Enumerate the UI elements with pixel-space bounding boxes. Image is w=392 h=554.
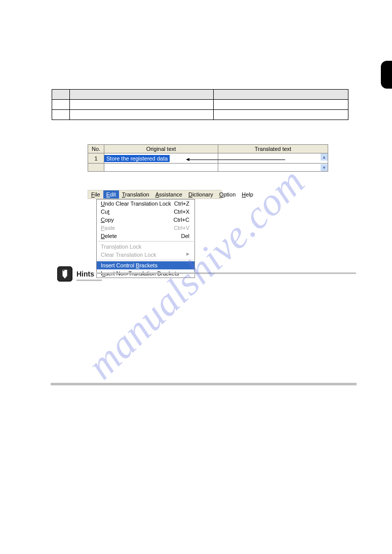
translation-grid: No. Original text Translated text 1 Stor… [88, 144, 328, 172]
col-trans-header[interactable]: Translated text [218, 145, 328, 153]
translated-text-cell[interactable]: ▲ [218, 153, 328, 163]
section-divider [51, 383, 357, 385]
hints-heading: Hints [57, 266, 356, 282]
scroll-up-button[interactable]: ▲ [321, 153, 328, 161]
menu-item-translation-lock: Translation Lock [97, 243, 194, 251]
selected-text: Store the registered data [104, 155, 170, 162]
menu-item-clear-translation-lock: Clear Translation Lock▶ [97, 251, 194, 259]
original-text-cell[interactable] [104, 164, 218, 171]
pencil-icon [57, 266, 72, 282]
hints-rule [96, 272, 356, 274]
spec-table [52, 89, 348, 120]
menu-edit[interactable]: Edit [103, 190, 119, 199]
menu-item-undo-clear-translation-lock[interactable]: Undo Clear Translation LockCtrl+Z [97, 200, 194, 208]
callout-arrow [189, 160, 285, 160]
menu-file[interactable]: File [88, 190, 103, 199]
menu-item-cut[interactable]: CutCtrl+X [97, 208, 194, 216]
page-tab [381, 61, 392, 89]
translated-text-cell[interactable]: ▼ [218, 164, 328, 171]
menu-item-copy[interactable]: CopyCtrl+C [97, 216, 194, 224]
th [52, 90, 70, 100]
col-no-header[interactable]: No. [88, 145, 104, 153]
hints-label: Hints [76, 270, 94, 278]
grid-row[interactable]: 1 Store the registered data ▲ [88, 153, 328, 164]
menu-option[interactable]: Option [216, 190, 239, 199]
menu-separator [98, 241, 193, 242]
menu-assistance[interactable]: Assistance [152, 190, 185, 199]
original-text-cell[interactable]: Store the registered data [104, 153, 218, 163]
table-row [52, 100, 348, 110]
menu-item-paste: PasteCtrl+V [97, 224, 194, 232]
row-number: 1 [88, 153, 104, 163]
menu-item-delete[interactable]: DeleteDel [97, 232, 194, 240]
table-header-row [52, 90, 348, 100]
grid-row[interactable]: ▼ [88, 164, 328, 172]
table-row [52, 110, 348, 120]
menu-help[interactable]: Help [239, 190, 256, 199]
menubar[interactable]: FileEditTranslationAssistanceDictionaryO… [88, 190, 222, 199]
hints-underline [76, 280, 102, 281]
menu-dictionary[interactable]: Dictionary [185, 190, 216, 199]
row-number [88, 164, 104, 171]
th [214, 90, 348, 100]
col-orig-header[interactable]: Original text [104, 145, 218, 153]
menu-translation[interactable]: Translation [119, 190, 152, 199]
menu-separator [98, 260, 193, 260]
scroll-down-button[interactable]: ▼ [321, 164, 328, 171]
th [69, 90, 214, 100]
grid-header: No. Original text Translated text [88, 144, 328, 153]
